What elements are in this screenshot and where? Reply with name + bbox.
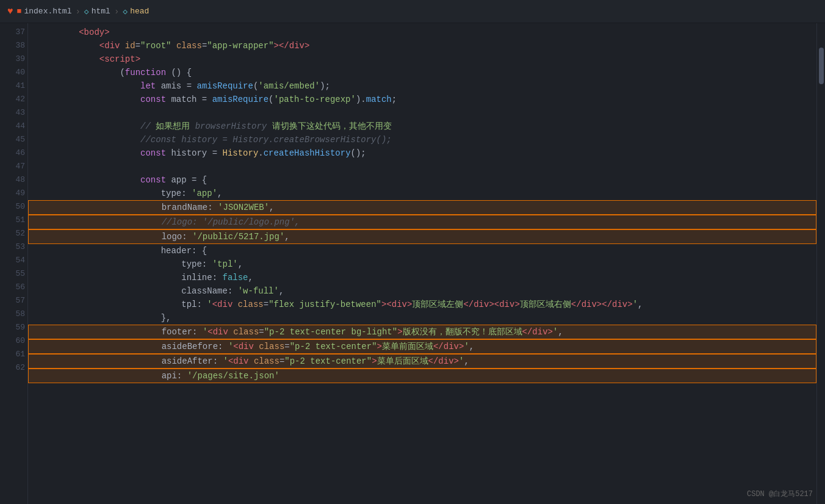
ln-48: 48 [0,173,27,187]
ln-47: 47 [0,160,27,173]
ln-53: 53 [0,240,27,254]
code-line-45: //const history = History.createBrowserH… [28,133,816,146]
code-line-61: asideAfter: '<div class="p-2 text-center… [28,354,816,369]
ln-60: 60 [0,334,27,348]
ln-38: 38 [0,39,27,52]
code-line-39: <script> [28,52,816,66]
ln-57: 57 [0,294,27,308]
code-line-47 [28,160,816,173]
ln-39: 39 [0,52,27,66]
ln-50: 50 [0,200,27,214]
code-line-37: <body> [28,26,816,39]
ln-46: 46 [0,146,27,160]
ln-59: 59 [0,321,27,334]
code-line-53: header: { [28,244,816,257]
ln-40: 40 [0,66,27,79]
ln-62: 62 [0,361,27,375]
ln-42: 42 [0,93,27,106]
breadcrumb-sep-1: › [75,7,80,16]
code-line-48: const app = { [28,173,816,187]
vertical-scrollbar[interactable] [816,23,825,504]
watermark: CSDN @白龙马5217 [747,489,813,499]
code-line-42: const match = amisRequire('path-to-regex… [28,93,816,106]
code-editor: 37 38 39 40 41 42 43 44 45 46 47 48 49 5… [0,23,825,504]
code-line-43 [28,106,816,120]
code-line-55: inline: false, [28,271,816,284]
ln-56: 56 [0,281,27,294]
ln-61: 61 [0,348,27,361]
html5-icon: ♥ [7,6,13,17]
code-line-54: type: 'tpl', [28,257,816,271]
breadcrumb-bar: ♥ ■ index.html › ◇ html › ◇ head [0,0,825,23]
code-line-44: // 如果想用 browserHistory 请切换下这处代码，其他不用变 [28,120,816,133]
file-icon: ■ [17,7,22,16]
tag-icon-1: ◇ [84,7,89,16]
breadcrumb-head[interactable]: ◇ head [123,7,149,16]
ln-58: 58 [0,308,27,321]
code-line-41: let amis = amisRequire('amis/embed'); [28,79,816,93]
ln-51: 51 [0,214,27,227]
code-line-49: type: 'app', [28,187,816,200]
code-content[interactable]: <body> <div id="root" class="app-wrapper… [28,23,816,504]
code-line-50: brandName: 'JSON2WEB', [28,200,816,215]
line-numbers: 37 38 39 40 41 42 43 44 45 46 47 48 49 5… [0,23,28,504]
breadcrumb-file[interactable]: ■ index.html [17,7,72,16]
code-line-58: }, [28,311,816,325]
ln-43: 43 [0,106,27,120]
code-line-46: const history = History.createHashHistor… [28,146,816,160]
ln-37: 37 [0,26,27,39]
breadcrumb-html[interactable]: ◇ html [84,7,110,16]
ln-45: 45 [0,133,27,146]
code-line-57: tpl: '<div class="flex justify-between">… [28,298,816,311]
ln-49: 49 [0,187,27,200]
code-line-51: //logo: '/public/logo.png', [28,215,816,229]
code-line-60: asideBefore: '<div class="p-2 text-cente… [28,339,816,354]
breadcrumb-sep-2: › [114,7,119,16]
ln-52: 52 [0,227,27,240]
ln-55: 55 [0,267,27,281]
scrollbar-thumb[interactable] [819,48,824,84]
code-line-59: footer: '<div class="p-2 text-center bg-… [28,325,816,339]
code-line-56: className: 'w-full', [28,284,816,298]
code-line-38: <div id="root" class="app-wrapper"></div… [28,39,816,52]
code-line-52: logo: '/public/5217.jpg', [28,229,816,244]
tag-icon-2: ◇ [123,7,128,16]
code-line-40: (function () { [28,66,816,79]
code-line-62: api: '/pages/site.json' [28,369,816,383]
ln-44: 44 [0,120,27,133]
ln-41: 41 [0,79,27,93]
ln-54: 54 [0,254,27,267]
